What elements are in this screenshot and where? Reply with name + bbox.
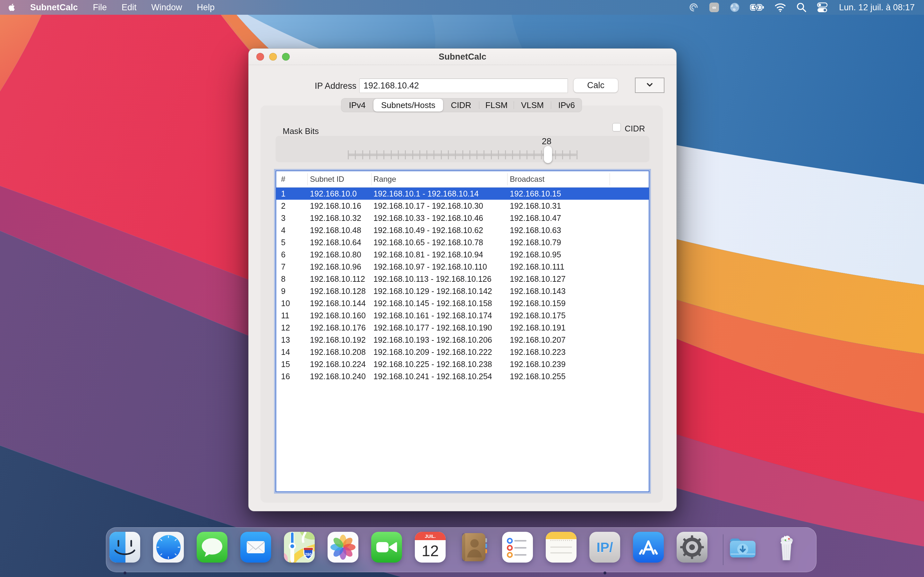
table-cell: 192.168.10.0 — [310, 187, 357, 200]
slider-tick — [512, 150, 513, 159]
table-row[interactable]: 2192.168.10.16192.168.10.17 - 192.168.10… — [276, 200, 649, 212]
slider-thumb[interactable] — [544, 146, 552, 163]
table-row[interactable]: 8192.168.10.112192.168.10.113 - 192.168.… — [276, 273, 649, 285]
slider-tick — [426, 150, 427, 159]
dock: 280 JUIL. 12 IP/ — [106, 527, 817, 572]
title-bar[interactable]: SubnetCalc — [249, 49, 676, 65]
table-cell: 192.168.10.112 — [310, 273, 365, 285]
dock-appstore-icon[interactable] — [632, 531, 664, 563]
menu-clock[interactable]: Lun. 12 juil. à 08:17 — [839, 3, 915, 13]
table-row[interactable]: 16192.168.10.240192.168.10.241 - 192.168… — [276, 370, 649, 382]
column-header-broadcast[interactable]: Broadcast — [510, 171, 544, 187]
dock-maps-icon[interactable]: 280 — [283, 531, 315, 563]
table-row[interactable]: 11192.168.10.160192.168.10.161 - 192.168… — [276, 309, 649, 322]
table-cell: 192.168.10.144 — [310, 297, 366, 309]
column-header-range[interactable]: Range — [373, 171, 396, 187]
tab-subnets-hosts[interactable]: Subnets/Hosts — [373, 99, 443, 111]
dock-trash-icon[interactable] — [771, 531, 803, 563]
table-row[interactable]: 13192.168.10.192192.168.10.193 - 192.168… — [276, 334, 649, 346]
dock-messages-icon[interactable] — [196, 531, 228, 563]
slider-tick — [433, 150, 435, 159]
slider-tick — [376, 150, 377, 159]
history-dropdown-button[interactable] — [635, 77, 664, 93]
apple-menu-icon[interactable] — [0, 2, 23, 13]
table-cell: 192.168.10.1 - 192.168.10.14 — [373, 187, 479, 200]
dock-finder-icon[interactable] — [109, 531, 141, 563]
table-cell: 192.168.10.64 — [310, 236, 361, 248]
wifi-icon[interactable] — [774, 2, 787, 13]
table-row[interactable]: 6192.168.10.80192.168.10.81 - 192.168.10… — [276, 248, 649, 261]
table-cell: 15 — [281, 358, 290, 370]
table-cell: 192.168.10.145 - 192.168.10.158 — [373, 297, 492, 309]
mask-bits-slider-panel: 28 — [276, 136, 649, 162]
creative-cloud-icon[interactable]: ∞ — [709, 2, 720, 13]
table-cell: 192.168.10.113 - 192.168.10.126 — [373, 273, 491, 285]
table-row[interactable]: 14192.168.10.208192.168.10.209 - 192.168… — [276, 346, 649, 358]
menu-item-help[interactable]: Help — [190, 3, 222, 13]
header-separator — [371, 173, 372, 185]
slider-tick — [391, 150, 392, 159]
calc-button[interactable]: Calc — [573, 78, 618, 93]
slider-tick — [527, 150, 527, 159]
slider-tick — [355, 150, 356, 159]
table-cell: 192.168.10.191 — [510, 322, 565, 334]
table-row[interactable]: 5192.168.10.64192.168.10.65 - 192.168.10… — [276, 236, 649, 248]
tab-flsm[interactable]: FLSM — [479, 98, 514, 112]
table-cell: 192.168.10.177 - 192.168.10.190 — [373, 322, 492, 334]
dock-facetime-icon[interactable] — [371, 531, 403, 563]
dock-downloads-icon[interactable] — [727, 531, 759, 563]
tab-vlsm[interactable]: VLSM — [514, 98, 551, 112]
dock-mail-icon[interactable] — [240, 531, 272, 563]
dock-calendar-icon[interactable]: JUIL. 12 — [414, 531, 446, 563]
swirl-icon[interactable] — [688, 2, 699, 13]
slider-tick — [369, 150, 370, 159]
table-row[interactable]: 1192.168.10.0192.168.10.1 - 192.168.10.1… — [276, 187, 649, 200]
table-cell: 192.168.10.255 — [510, 370, 565, 382]
table-row[interactable]: 3192.168.10.32192.168.10.33 - 192.168.10… — [276, 212, 649, 224]
control-center-icon[interactable] — [817, 2, 828, 13]
cidr-checkbox[interactable] — [612, 123, 621, 131]
table-cell: 192.168.10.208 — [310, 346, 366, 358]
tab-ipv6[interactable]: IPv6 — [551, 98, 582, 112]
slider-tick — [569, 150, 570, 159]
tab-bar: IPv4Subnets/HostsCIDRFLSMVLSMIPv6 — [341, 98, 582, 112]
dock-contacts-icon[interactable] — [458, 531, 490, 563]
table-cell: 192.168.10.193 - 192.168.10.206 — [373, 334, 492, 346]
dock-photos-icon[interactable] — [327, 531, 359, 563]
table-row[interactable]: 4192.168.10.48192.168.10.49 - 192.168.10… — [276, 224, 649, 236]
table-cell: 192.168.10.240 — [310, 370, 366, 382]
dock-reminders-icon[interactable] — [501, 531, 533, 563]
table-cell: 192.168.10.161 - 192.168.10.174 — [373, 309, 492, 322]
menu-item-window[interactable]: Window — [144, 3, 190, 13]
battery-charging-icon[interactable] — [750, 2, 764, 13]
dock-subnetcalc-icon[interactable]: IP/ — [589, 531, 621, 563]
dock-settings-icon[interactable] — [676, 531, 708, 563]
table-row[interactable]: 10192.168.10.144192.168.10.145 - 192.168… — [276, 297, 649, 309]
table-row[interactable]: 12192.168.10.176192.168.10.177 - 192.168… — [276, 322, 649, 334]
table-cell: 192.168.10.239 — [510, 358, 565, 370]
table-row[interactable]: 7192.168.10.96192.168.10.97 - 192.168.10… — [276, 261, 649, 273]
desktop: SubnetCalc File Edit Window Help ∞ — [0, 0, 924, 577]
globe-icon[interactable] — [729, 2, 740, 13]
table-cell: 192.168.10.49 - 192.168.10.62 — [373, 224, 483, 236]
table-cell: 192.168.10.48 — [310, 224, 361, 236]
tab-cidr[interactable]: CIDR — [443, 98, 479, 112]
table-cell: 192.168.10.97 - 192.168.10.110 — [373, 261, 487, 273]
dock-safari-icon[interactable] — [152, 531, 184, 563]
slider-tick — [555, 150, 556, 159]
column-header--[interactable]: # — [281, 171, 285, 187]
dock-notes-icon[interactable] — [545, 531, 577, 563]
menu-item-file[interactable]: File — [86, 3, 115, 13]
ip-address-input[interactable]: 192.168.10.42 — [359, 79, 568, 93]
menu-app-name[interactable]: SubnetCalc — [23, 3, 86, 13]
column-header-subnet-id[interactable]: Subnet ID — [310, 171, 344, 187]
table-cell: 9 — [281, 285, 286, 297]
table-row[interactable]: 15192.168.10.224192.168.10.225 - 192.168… — [276, 358, 649, 370]
menu-item-edit[interactable]: Edit — [114, 3, 144, 13]
table-cell: 192.168.10.224 — [310, 358, 366, 370]
table-cell: 192.168.10.192 — [310, 334, 366, 346]
tab-ipv4[interactable]: IPv4 — [341, 98, 373, 112]
search-icon[interactable] — [796, 2, 807, 13]
table-cell: 192.168.10.80 — [310, 248, 361, 261]
table-row[interactable]: 9192.168.10.128192.168.10.129 - 192.168.… — [276, 285, 649, 297]
